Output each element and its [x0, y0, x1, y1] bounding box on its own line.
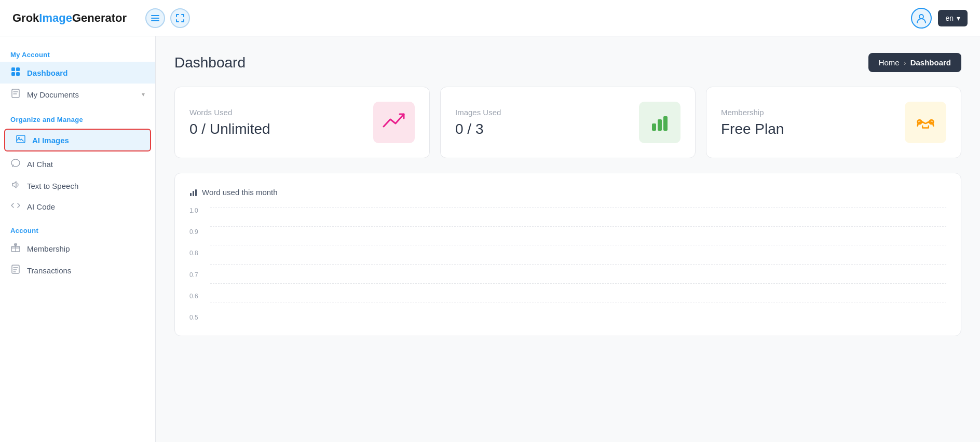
sidebar-ai-chat-label: AI Chat	[27, 160, 53, 169]
sidebar-item-membership[interactable]: Membership	[0, 238, 155, 259]
y-label-3: 0.8	[189, 250, 198, 257]
membership-icon-box	[905, 102, 946, 143]
svg-rect-4	[11, 67, 15, 71]
grid-line-6	[210, 302, 946, 321]
header-toolbar-icons	[145, 8, 190, 28]
user-avatar-button[interactable]	[911, 8, 932, 29]
svg-point-11	[11, 159, 20, 167]
gift-icon	[10, 243, 21, 254]
sidebar-documents-label: My Documents	[27, 90, 79, 99]
breadcrumb-home: Home	[879, 58, 900, 67]
sidebar-dashboard-label: Dashboard	[27, 68, 67, 77]
breadcrumb-separator-icon: ›	[904, 58, 906, 67]
grid-line-4	[210, 264, 946, 283]
grid-line-2	[210, 226, 946, 245]
stat-cards-grid: Words Used 0 / Unlimited Images Used	[174, 87, 961, 158]
chart-bar-icon	[189, 188, 198, 197]
logo-image: Image	[39, 11, 72, 25]
svg-rect-14	[652, 123, 656, 131]
chevron-down-icon: ▾	[142, 91, 145, 98]
chart-grid	[210, 207, 946, 321]
grid-line-5	[210, 283, 946, 302]
sidebar-item-my-documents[interactable]: My Documents ▾	[0, 84, 155, 105]
sidebar-item-ai-images[interactable]: AI Images	[4, 129, 151, 151]
dashboard-icon	[10, 67, 21, 78]
menu-icon-button[interactable]	[145, 8, 165, 28]
ai-images-icon	[16, 135, 26, 145]
svg-rect-8	[12, 89, 19, 98]
svg-rect-6	[11, 72, 15, 76]
images-used-label: Images Used	[455, 108, 501, 117]
logo-generator: Generator	[72, 11, 127, 25]
speaker-icon	[10, 180, 21, 191]
chart-header: Word used this month	[189, 188, 946, 197]
header-right-actions: en ▾	[911, 8, 968, 29]
sidebar-item-dashboard[interactable]: Dashboard	[0, 62, 155, 84]
lang-chevron-icon: ▾	[957, 14, 960, 22]
main-layout: My Account Dashboard My Documen	[0, 36, 980, 442]
svg-rect-21	[195, 189, 197, 196]
sidebar-transactions-label: Transactions	[27, 266, 71, 275]
code-icon	[10, 202, 21, 211]
document-icon	[10, 89, 21, 100]
chart-y-labels: 1.0 0.9 0.8 0.7 0.6 0.5	[189, 207, 198, 321]
page-title: Dashboard	[174, 54, 246, 71]
chart-card: Word used this month 1.0 0.9 0.8 0.7 0.6…	[174, 173, 961, 336]
svg-point-3	[919, 15, 923, 19]
images-used-icon-box	[639, 102, 680, 143]
top-header: GrokImageGenerator en ▾	[0, 0, 980, 36]
stat-card-membership: Membership Free Plan	[706, 87, 961, 158]
sidebar-item-ai-code[interactable]: AI Code	[0, 197, 155, 216]
lang-label: en	[945, 14, 954, 22]
sidebar-tts-label: Text to Speech	[27, 182, 78, 190]
logo-grok: Grok	[12, 11, 39, 25]
stat-card-words: Words Used 0 / Unlimited	[174, 87, 430, 158]
svg-rect-7	[16, 72, 20, 76]
svg-rect-15	[658, 119, 662, 131]
chat-icon	[10, 159, 21, 170]
grid-line-1	[210, 207, 946, 226]
transactions-icon	[10, 265, 21, 276]
account-section-title: Account	[0, 223, 155, 238]
language-selector-button[interactable]: en ▾	[938, 10, 968, 26]
breadcrumb-current: Dashboard	[910, 58, 951, 67]
svg-rect-5	[16, 67, 20, 71]
my-account-section-title: My Account	[0, 47, 155, 62]
svg-rect-19	[190, 193, 192, 196]
svg-rect-2	[151, 20, 159, 21]
sidebar-membership-label: Membership	[27, 244, 70, 253]
chart-area: 1.0 0.9 0.8 0.7 0.6 0.5	[189, 207, 946, 321]
trending-up-icon	[381, 110, 407, 135]
y-label-2: 0.9	[189, 228, 198, 236]
sidebar-item-ai-chat[interactable]: AI Chat	[0, 154, 155, 175]
sidebar-item-text-to-speech[interactable]: Text to Speech	[0, 175, 155, 197]
expand-icon-button[interactable]	[170, 8, 190, 28]
y-label-5: 0.6	[189, 293, 198, 300]
y-label-1: 1.0	[189, 207, 198, 214]
logo: GrokImageGenerator	[12, 11, 127, 25]
sidebar-ai-code-label: AI Code	[27, 202, 55, 211]
svg-rect-0	[151, 15, 159, 16]
grid-line-3	[210, 245, 946, 264]
organize-section-title: Organize and Manage	[0, 112, 155, 127]
sidebar-item-transactions[interactable]: Transactions	[0, 259, 155, 281]
svg-rect-20	[193, 191, 194, 196]
svg-rect-16	[663, 116, 668, 131]
y-label-6: 0.5	[189, 314, 198, 321]
chart-title: Word used this month	[202, 188, 278, 197]
sidebar: My Account Dashboard My Documen	[0, 36, 156, 442]
sidebar-ai-images-label: AI Images	[32, 136, 69, 145]
membership-label: Membership	[721, 108, 784, 117]
images-used-value: 0 / 3	[455, 121, 501, 137]
words-used-label: Words Used	[189, 108, 270, 117]
y-label-4: 0.7	[189, 271, 198, 279]
main-content: Dashboard Home › Dashboard Words Used 0 …	[156, 36, 980, 442]
membership-value: Free Plan	[721, 121, 784, 137]
page-header: Dashboard Home › Dashboard	[174, 53, 961, 72]
svg-rect-1	[151, 18, 159, 19]
words-used-icon-box	[373, 102, 415, 143]
words-used-value: 0 / Unlimited	[189, 121, 270, 137]
stat-card-images: Images Used 0 / 3	[440, 87, 696, 158]
breadcrumb: Home › Dashboard	[868, 53, 961, 72]
